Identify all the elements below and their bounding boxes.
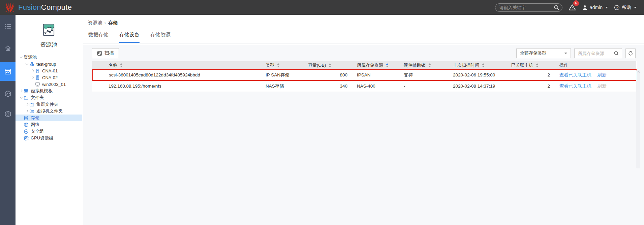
cell-hw-assist-lock: 支持 xyxy=(400,69,450,81)
expand-chevron-icon[interactable] xyxy=(30,70,35,72)
help-menu[interactable]: ? 帮助 xyxy=(614,4,637,10)
tree-item-gpu-group[interactable]: GPU资源组 xyxy=(16,135,82,141)
tree-item-label: CNA-02 xyxy=(42,75,58,80)
refresh-icon xyxy=(628,51,634,56)
collapse-chevron-icon[interactable] xyxy=(19,97,24,99)
refresh-row-link[interactable]: 刷新 xyxy=(597,72,607,78)
search-icon[interactable] xyxy=(614,51,619,56)
cell-name: scsi-36001405cad80d122dd34fd485924bbdd xyxy=(92,69,262,81)
resource-filter-input[interactable] xyxy=(578,51,614,56)
tree-item-test-group[interactable]: test-group xyxy=(16,61,82,67)
sort-arrows-icon[interactable] xyxy=(536,63,539,67)
user-menu[interactable]: admin xyxy=(582,5,608,10)
tree-item-vm-templates[interactable]: 虚拟机模板 xyxy=(16,88,82,94)
storage-tabs: 数据存储 存储设备 存储资源 xyxy=(83,32,644,43)
folder-link-icon xyxy=(29,109,34,114)
gpu-icon xyxy=(24,136,29,141)
hex-resource-icon[interactable] xyxy=(0,90,16,98)
expand-chevron-icon[interactable] xyxy=(25,103,29,105)
column-header-3[interactable]: 容量(GB) xyxy=(308,62,331,68)
tree-item-cna-01[interactable]: CNA-01 xyxy=(16,67,82,74)
sort-arrows-icon[interactable] xyxy=(277,63,280,67)
scan-button[interactable]: 扫描 xyxy=(92,48,119,58)
sort-arrows-icon[interactable] xyxy=(428,63,431,67)
expand-chevron-icon[interactable] xyxy=(25,110,29,112)
column-header-2[interactable]: 类型 xyxy=(266,62,280,68)
tree-item-label: 网络 xyxy=(31,122,39,128)
cell-linked-hosts: 2 xyxy=(508,69,556,81)
tree-item-security-group[interactable]: 安全组 xyxy=(16,128,82,135)
global-search-input[interactable] xyxy=(499,5,554,10)
tree-item-cna-02[interactable]: CNA-02 xyxy=(16,74,82,81)
tree-item-label: CNA-01 xyxy=(42,68,58,73)
help-icon: ? xyxy=(614,5,620,10)
refresh-table-button[interactable] xyxy=(625,48,636,58)
cell-last-scan-time: 2020-02-08 14:37:19 xyxy=(450,81,508,92)
column-label: 操作 xyxy=(559,62,568,68)
view-linked-hosts-link[interactable]: 查看已关联主机 xyxy=(559,72,591,78)
hex-service-icon[interactable] xyxy=(0,110,16,118)
tree-item-cluster-folder[interactable]: 集群文件夹 xyxy=(16,101,82,108)
storage-device-table-wrap: 名称类型容量(GB)所属存储资源硬件辅助锁上次扫描时间已关联主机操作 scsi-… xyxy=(92,61,636,92)
sort-arrows-icon[interactable] xyxy=(386,63,389,67)
help-label: 帮助 xyxy=(622,4,631,10)
tree-item-storage[interactable]: 存储 xyxy=(16,115,82,121)
table-scrollbar[interactable] xyxy=(636,70,640,168)
alarm-count-badge: 6 xyxy=(573,0,579,6)
scroll-up-icon[interactable] xyxy=(637,71,640,74)
collapse-chevron-icon[interactable] xyxy=(19,56,24,58)
column-header-4[interactable]: 所属存储资源 xyxy=(357,62,389,68)
collapse-chevron-icon[interactable] xyxy=(25,63,29,65)
monitor-chart-icon[interactable] xyxy=(0,62,16,81)
tree-item-win2003-01[interactable]: win2003_01 xyxy=(16,81,82,88)
table-row[interactable]: scsi-36001405cad80d122dd34fd485924bbddIP… xyxy=(92,69,636,81)
expand-chevron-icon[interactable] xyxy=(19,90,24,92)
tab-storage-resource[interactable]: 存储资源 xyxy=(150,32,171,43)
expand-chevron-icon[interactable] xyxy=(30,76,35,78)
chevron-down-icon xyxy=(564,53,567,54)
view-linked-hosts-link[interactable]: 查看已关联主机 xyxy=(559,83,591,89)
tab-storage-device[interactable]: 存储设备 xyxy=(119,32,140,43)
column-header-8: 操作 xyxy=(559,62,568,68)
cluster-icon xyxy=(29,62,34,67)
sort-arrows-icon[interactable] xyxy=(329,63,331,67)
home-icon[interactable] xyxy=(0,44,16,52)
column-label: 上次扫描时间 xyxy=(453,62,479,68)
username: admin xyxy=(590,5,603,10)
svg-text:?: ? xyxy=(616,6,618,9)
sort-arrows-icon[interactable] xyxy=(482,63,485,67)
column-header-7[interactable]: 已关联主机 xyxy=(511,62,539,68)
breadcrumb-current: 存储 xyxy=(108,20,118,26)
storage-type-select[interactable]: 全部存储类型 xyxy=(516,48,571,58)
column-label: 所属存储资源 xyxy=(357,62,383,68)
tree-item-label: GPU资源组 xyxy=(31,135,53,141)
column-header-1[interactable]: 名称 xyxy=(109,62,123,68)
resource-pool-sidebar: 资源池 资源池test-groupCNA-01CNA-02win2003_01虚… xyxy=(16,15,82,225)
tab-data-storage[interactable]: 数据存储 xyxy=(88,32,109,43)
breadcrumb-parent[interactable]: 资源池 xyxy=(88,20,102,26)
security-icon xyxy=(24,129,29,134)
cell-storage-resource: IPSAN xyxy=(354,69,400,81)
refresh-row-link[interactable]: 刷新 xyxy=(597,83,607,89)
resource-filter[interactable] xyxy=(574,48,622,58)
global-search[interactable] xyxy=(495,3,562,12)
storage-type-select-value: 全部存储类型 xyxy=(520,50,546,56)
tree-item-vm-folder[interactable]: 虚拟机文件夹 xyxy=(16,108,82,115)
column-header-5[interactable]: 硬件辅助锁 xyxy=(404,62,431,68)
brand-logo: FusionCompute xyxy=(3,2,72,13)
tab-content: 扫描 全部存储类型 xyxy=(83,45,644,225)
tree-item-folders[interactable]: 文件夹 xyxy=(16,94,82,101)
tree-item-label: test-group xyxy=(36,62,56,67)
sidebar-title: 资源池 xyxy=(16,41,82,49)
alarm-indicator[interactable]: 6 xyxy=(569,4,576,11)
table-row[interactable]: 192.168.88.195:/home/nfsNAS存储340NAS-400-… xyxy=(92,81,636,92)
cell-storage-resource: NAS-400 xyxy=(354,81,400,92)
search-icon[interactable] xyxy=(554,5,559,10)
user-icon xyxy=(582,5,588,10)
cell-capacity: 340 xyxy=(305,81,354,92)
sort-arrows-icon[interactable] xyxy=(120,63,123,67)
nav-menu-icon[interactable] xyxy=(0,22,16,30)
tree-item-resource-pool[interactable]: 资源池 xyxy=(16,54,82,61)
tree-item-network[interactable]: 网络 xyxy=(16,121,82,128)
column-header-6[interactable]: 上次扫描时间 xyxy=(453,62,485,68)
